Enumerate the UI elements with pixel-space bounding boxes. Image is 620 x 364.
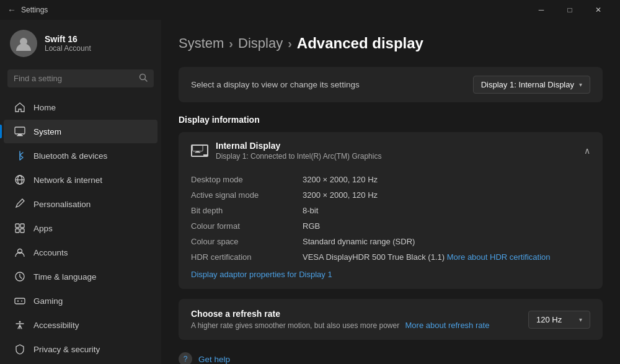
info-row-value: Standard dynamic range (SDR): [303, 234, 590, 249]
titlebar-left: ← Settings: [7, 5, 48, 15]
main-content: System › Display › Advanced display Sele…: [161, 20, 620, 364]
table-row: Active signal mode3200 × 2000, 120 Hz: [191, 187, 590, 203]
info-row-label: HDR certification: [191, 249, 303, 265]
sidebar-item-label-network: Network & internet: [33, 175, 102, 185]
display-monitor-icon: [191, 144, 208, 157]
sidebar-item-privacy[interactable]: Privacy & security: [4, 337, 157, 361]
adaptor-properties-link[interactable]: Display adaptor properties for Display 1: [191, 270, 590, 279]
user-info: Swift 16 Local Account: [45, 34, 91, 53]
breadcrumb-current: Advanced display: [297, 35, 423, 52]
sidebar: Swift 16 Local Account HomeSystemBluetoo…: [0, 20, 161, 364]
breadcrumb: System › Display › Advanced display: [179, 35, 603, 52]
breadcrumb-system[interactable]: System: [179, 35, 224, 51]
info-row-value[interactable]: VESA DisplayHDR 500 True Black (1.1) Mor…: [303, 249, 590, 265]
section-title-display-info: Display information: [179, 115, 603, 125]
table-row: HDR certificationVESA DisplayHDR 500 Tru…: [191, 249, 590, 265]
user-profile[interactable]: Swift 16 Local Account: [0, 20, 161, 64]
sidebar-item-bluetooth[interactable]: Bluetooth & devices: [4, 144, 157, 167]
refresh-title: Choose a refresh rate: [191, 309, 489, 319]
info-row-label: Active signal mode: [191, 187, 303, 203]
gaming-icon: [14, 295, 26, 307]
info-row-value: 8-bit: [303, 203, 590, 218]
svg-point-18: [21, 301, 22, 302]
network-icon: [14, 174, 26, 186]
table-row: Colour formatRGB: [191, 218, 590, 234]
info-row-label: Bit depth: [191, 203, 303, 218]
sidebar-item-gaming[interactable]: Gaming: [4, 289, 157, 313]
chevron-up-icon: ∧: [584, 146, 590, 156]
svg-rect-4: [18, 134, 22, 135]
search-input[interactable]: [14, 74, 134, 83]
refresh-desc: A higher rate gives smoother motion, but…: [191, 321, 489, 330]
sidebar-item-accounts[interactable]: Accounts: [4, 241, 157, 264]
accounts-icon: [14, 246, 26, 259]
back-icon[interactable]: ←: [7, 5, 16, 15]
table-row: Desktop mode3200 × 2000, 120 Hz: [191, 172, 590, 187]
accessibility-icon: [14, 319, 26, 331]
bluetooth-icon: [14, 149, 26, 162]
svg-rect-12: [20, 229, 24, 233]
info-row-value: RGB: [303, 218, 590, 234]
info-row-value: 3200 × 2000, 120 Hz: [303, 172, 590, 187]
info-card-header-left: Internal Display Display 1: Connected to…: [191, 141, 381, 161]
close-button[interactable]: ✕: [584, 0, 613, 20]
time-icon: [14, 270, 26, 283]
footer-link-label-get-help: Get help: [198, 355, 230, 364]
home-icon: [14, 101, 26, 113]
svg-rect-11: [16, 229, 19, 233]
sidebar-item-label-personalisation: Personalisation: [33, 200, 91, 209]
display-selector-bar: Select a display to view or change its s…: [179, 67, 603, 102]
sidebar-item-label-home: Home: [33, 103, 56, 112]
privacy-icon: [14, 343, 26, 355]
svg-line-2: [145, 79, 148, 82]
sidebar-item-system[interactable]: System: [4, 120, 157, 143]
sidebar-item-label-bluetooth: Bluetooth & devices: [33, 151, 107, 161]
sidebar-item-accessibility[interactable]: Accessibility: [4, 313, 157, 337]
sidebar-item-personalisation[interactable]: Personalisation: [4, 192, 157, 216]
minimize-button[interactable]: ─: [527, 0, 556, 20]
sidebar-item-label-accounts: Accounts: [33, 248, 68, 257]
svg-rect-15: [15, 298, 25, 304]
display-dropdown-arrow: ▾: [579, 81, 582, 88]
display-selector-label: Select a display to view or change its s…: [191, 80, 360, 89]
sidebar-item-network[interactable]: Network & internet: [4, 168, 157, 192]
user-type: Local Account: [45, 44, 91, 53]
svg-rect-9: [16, 224, 19, 228]
svg-rect-20: [193, 145, 203, 151]
svg-rect-5: [17, 135, 23, 136]
sidebar-item-time[interactable]: Time & language: [4, 265, 157, 288]
info-row-label: Colour format: [191, 218, 303, 234]
breadcrumb-display[interactable]: Display: [238, 35, 283, 51]
titlebar: ← Settings ─ □ ✕: [0, 0, 620, 20]
hdr-certification-link[interactable]: More about HDR certification: [447, 252, 551, 262]
display-info-card-header[interactable]: Internal Display Display 1: Connected to…: [179, 132, 603, 169]
sidebar-item-update[interactable]: Windows Update: [4, 362, 157, 364]
titlebar-controls: ─ □ ✕: [527, 0, 613, 20]
sidebar-item-label-gaming: Gaming: [33, 296, 63, 306]
svg-point-19: [19, 321, 21, 323]
display-selector-dropdown[interactable]: Display 1: Internal Display ▾: [473, 76, 590, 94]
display-info-card-body: Desktop mode3200 × 2000, 120 HzActive si…: [179, 169, 603, 289]
apps-icon: [14, 222, 26, 234]
refresh-rate-dropdown[interactable]: 120 Hz ▾: [528, 311, 590, 329]
sidebar-item-label-privacy: Privacy & security: [33, 345, 100, 354]
nav-list: HomeSystemBluetooth & devicesNetwork & i…: [0, 95, 161, 364]
titlebar-title: Settings: [21, 6, 48, 14]
refresh-rate-link[interactable]: More about refresh rate: [405, 321, 490, 330]
info-row-value: 3200 × 2000, 120 Hz: [303, 187, 590, 203]
footer-links: ?Get help✉Give feedback: [179, 352, 603, 364]
refresh-rate-card: Choose a refresh rate A higher rate give…: [179, 299, 603, 340]
footer-link-get-help[interactable]: ?Get help: [179, 352, 603, 364]
get-help-icon: ?: [179, 352, 192, 364]
sidebar-item-home[interactable]: Home: [4, 95, 157, 119]
search-box[interactable]: [7, 69, 154, 87]
sidebar-item-apps[interactable]: Apps: [4, 216, 157, 240]
personalisation-icon: [14, 198, 26, 210]
search-icon: [139, 73, 148, 84]
breadcrumb-sep-2: ›: [288, 37, 292, 51]
restore-button[interactable]: □: [556, 0, 584, 20]
info-row-label: Colour space: [191, 234, 303, 249]
svg-rect-3: [15, 127, 25, 134]
avatar: [10, 30, 37, 57]
display-info-table: Desktop mode3200 × 2000, 120 HzActive si…: [191, 172, 590, 265]
